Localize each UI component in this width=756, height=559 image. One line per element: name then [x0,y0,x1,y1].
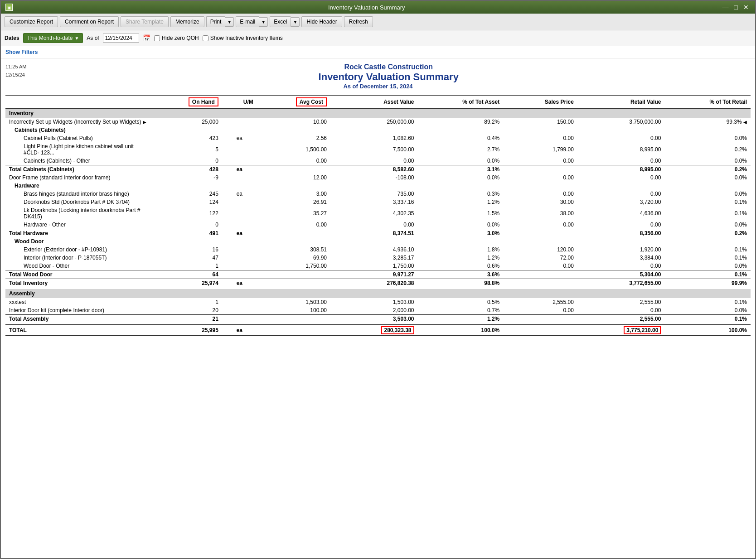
grand-total-cell: 100.0% [664,325,751,336]
table-cell: 1,799.00 [503,142,577,157]
hide-header-button[interactable]: Hide Header [301,16,342,27]
window-controls[interactable]: — □ ✕ [721,4,751,11]
memorize-button[interactable]: Memorize [170,16,204,27]
item-name-cell: Exterior (Exterior door - #P-10981) [5,246,150,254]
grand-total-name: TOTAL [5,325,150,336]
table-cell: 1.5% [418,206,504,221]
show-inactive-checkbox[interactable] [203,35,208,41]
item-name-cell: Light Pine (Light pine kitchen cabinet w… [5,142,150,157]
report-as-of: As of December 15, 2024 [5,83,751,90]
excel-button[interactable]: Excel [270,16,291,27]
show-filters-section: Show Filters [1,46,755,58]
table-cell: 0 [150,157,222,165]
email-arrow[interactable]: ▼ [259,17,268,27]
table-cell: 0.4% [418,134,504,142]
table-cell: 35.27 [257,206,330,221]
grand-total-cell [503,325,577,336]
table-cell: 69.90 [257,254,330,262]
table-row: Brass hinges (standard interior brass hi… [5,190,751,198]
email-split-button[interactable]: E-mail ▼ [236,16,268,27]
table-cell [222,173,257,182]
table-cell: 3.6% [418,270,504,279]
refresh-button[interactable]: Refresh [344,16,373,27]
table-row: Hardware - Other00.000.000.0%0.000.000.0… [5,221,751,229]
table-cell: 0.00 [503,190,577,198]
show-filters-link[interactable]: Show Filters [5,49,38,55]
close-button[interactable]: ✕ [741,4,751,11]
table-cell [257,315,330,323]
table-cell: -9 [150,173,222,182]
table-cell: 250,000.00 [330,118,418,126]
table-cell [222,315,257,323]
excel-arrow[interactable]: ▼ [291,17,300,27]
table-cell [257,279,330,288]
table-cell: 5,304.00 [577,270,665,279]
date-range-dropdown[interactable]: This Month-to-date ▼ [23,33,83,43]
email-button[interactable]: E-mail [236,16,259,27]
table-cell: 0.00 [503,306,577,315]
table-cell: 47 [150,254,222,262]
show-inactive-checkbox-label[interactable]: Show Inactive Inventory Items [203,35,283,41]
table-cell [222,118,257,126]
calendar-icon[interactable]: 📅 [143,34,150,42]
section-total-name: Total Assembly [5,315,150,323]
table-cell: 0.1% [664,270,751,279]
table-cell: 64 [150,270,222,279]
table-row: Exterior (Exterior door - #P-10981)16308… [5,246,751,254]
minimize-button[interactable]: — [721,4,731,11]
table-cell: 8,356.00 [577,229,665,238]
table-row: Incorrectly Set up Widgets (Incorrectly … [5,118,751,126]
table-cell [222,221,257,229]
table-cell: 5 [150,142,222,157]
hide-zero-checkbox-label[interactable]: Hide zero QOH [154,35,199,41]
subcategory-name-cell: Wood Door [5,237,751,246]
table-cell: 735.00 [330,190,418,198]
table-cell: 38.00 [503,206,577,221]
excel-split-button[interactable]: Excel ▼ [270,16,300,27]
category-name-cell: Assembly [5,289,751,298]
table-cell: 8,374.51 [330,229,418,238]
table-cell: 0.0% [664,221,751,229]
print-arrow[interactable]: ▼ [225,17,234,27]
table-cell [503,315,577,323]
print-button[interactable]: Print [206,16,225,27]
table-cell: 0.00 [257,157,330,165]
company-name: Rock Castle Construction [5,63,751,71]
table-cell: 4,936.10 [330,246,418,254]
title-bar: ▣ Inventory Valuation Summary — □ ✕ [1,1,755,14]
maximize-button[interactable]: □ [732,4,740,11]
table-cell: 0.0% [418,221,504,229]
table-cell: 98.8% [418,279,504,288]
section-total-name: Total Inventory [5,279,150,288]
report-area: 11:25 AM 12/15/24 Rock Castle Constructi… [1,58,755,558]
item-name-cell: Lk Doorknobs (Locking interior doorknobs… [5,206,150,221]
as-of-input[interactable] [103,34,139,43]
item-name-cell: Hardware - Other [5,221,150,229]
customize-report-button[interactable]: Customize Report [5,16,58,27]
table-cell: 89.2% [418,118,504,126]
table-cell [222,246,257,254]
table-cell: 0.0% [664,262,751,270]
table-cell [222,270,257,279]
hide-zero-checkbox[interactable] [154,35,160,41]
col-assetvalue-header: Asset Value [330,96,418,109]
grand-total-cell: ea [222,325,257,336]
share-template-button[interactable]: Share Template [121,16,169,27]
table-cell: 1 [150,262,222,270]
comment-on-report-button[interactable]: Comment on Report [60,16,119,27]
print-split-button[interactable]: Print ▼ [206,16,234,27]
table-cell: 0.2% [664,142,751,157]
table-cell: 0.00 [577,306,665,315]
report-title: Inventory Valuation Summary [5,71,751,83]
report-time: 11:25 AM [5,63,26,71]
table-cell: 124 [150,198,222,206]
table-cell: 7,500.00 [330,142,418,157]
table-cell: 428 [150,165,222,174]
subcategory-name-cell: Hardware [5,182,751,190]
as-of-label: As of [87,35,99,41]
table-cell: 72.00 [503,254,577,262]
table-cell: 1.2% [418,198,504,206]
table-row: Lk Doorknobs (Locking interior doorknobs… [5,206,751,221]
table-cell: 0.0% [664,134,751,142]
table-cell: 99.9% [664,279,751,288]
